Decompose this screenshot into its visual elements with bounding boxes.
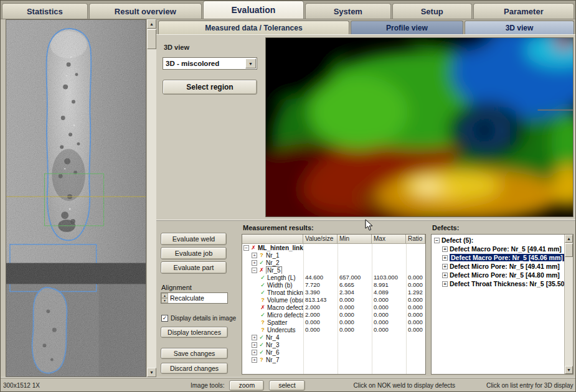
evaluate-part-button[interactable]: Evaluate part <box>161 261 227 274</box>
subtab-3d-view[interactable]: 3D view <box>465 21 574 34</box>
expand-icon[interactable]: + <box>252 253 257 258</box>
expand-icon[interactable]: + <box>252 350 257 355</box>
measurement-row-nr-6[interactable]: +✓Nr_6 <box>242 348 425 356</box>
expand-icon[interactable]: + <box>442 246 448 252</box>
expand-icon[interactable]: + <box>442 273 448 278</box>
row-label[interactable]: Macro defects (Por <box>267 304 303 311</box>
measurement-row-micro-defects-pore[interactable]: ✓Micro defects (Pore2.0000.0000.0000.000 <box>242 311 425 319</box>
row-label[interactable]: Nr_6 <box>266 349 280 356</box>
discard-changes-button[interactable]: Discard changes <box>161 363 228 374</box>
column-header-ratio[interactable]: Ratio <box>406 235 425 244</box>
alignment-spinner[interactable]: ▲ ▼ Recalculate <box>161 292 228 304</box>
defects-scrollbar[interactable]: ▲ ▼ <box>564 235 573 374</box>
evaluate-weld-button[interactable]: Evaluate weld <box>161 233 227 245</box>
measurement-row-ml-hinten-links[interactable]: −✗ML_hinten_links <box>242 244 425 251</box>
spinner-down-icon[interactable]: ▼ <box>161 298 168 303</box>
tab-system[interactable]: System <box>305 3 391 19</box>
3d-mode-dropdown[interactable]: 3D - miscolored ▼ <box>163 57 257 70</box>
collapse-icon[interactable]: − <box>252 268 257 273</box>
row-label[interactable]: ML_hinten_links <box>258 245 303 251</box>
tab-evaluation[interactable]: Evaluation <box>203 1 304 19</box>
scrollbar-track[interactable] <box>565 243 573 366</box>
defect-item[interactable]: +Defect Macro Pore: Nr_5 [49.41 mm] <box>432 245 564 253</box>
scroll-up-icon[interactable]: ▲ <box>565 235 573 243</box>
expand-icon[interactable]: + <box>442 264 448 269</box>
select-button[interactable]: select <box>269 380 305 391</box>
defect-item[interactable]: +Defect Micro Pore: Nr_5 [49.41 mm] <box>432 262 564 271</box>
measurement-row-nr-3[interactable]: +✓Nr_3 <box>242 341 425 348</box>
measurement-row-nr-4[interactable]: +✓Nr_4 <box>242 334 425 341</box>
measurement-row-macro-defects-por[interactable]: ✗Macro defects (Por2.0000.0000.0000.000 <box>242 304 425 311</box>
expand-icon[interactable]: + <box>442 255 448 261</box>
save-changes-button[interactable]: Save changes <box>161 348 228 359</box>
chevron-down-icon[interactable]: ▼ <box>245 58 256 68</box>
spinner-up-icon[interactable]: ▲ <box>161 293 168 298</box>
subtab-measured-data-tolerances[interactable]: Measured data / Tolerances <box>158 21 349 34</box>
measurement-row-length-l[interactable]: ✓Length (L)44.600657.0001103.0000.000 <box>242 274 425 281</box>
measurement-results: Measurement results: Value/sizeMinMaxRat… <box>234 220 428 377</box>
row-label[interactable]: Undercuts <box>267 327 296 334</box>
expand-icon[interactable]: + <box>442 281 448 287</box>
measurement-row-spatter[interactable]: ?Spatter0.0000.0000.0000.000 <box>242 319 425 326</box>
measurement-row-throat-thickness-s[interactable]: ✓Throat thickness (s3.3902.3044.0891.292 <box>242 289 425 296</box>
column-header-max[interactable]: Max <box>372 235 406 244</box>
tab-setup[interactable]: Setup <box>392 3 472 19</box>
column-header-min[interactable]: Min <box>338 235 372 244</box>
scrollbar-thumb[interactable] <box>147 29 156 49</box>
defect-item[interactable]: +Defect Macro Pore: Nr_5 [45.06 mm] <box>432 253 564 262</box>
collapse-icon[interactable]: − <box>434 238 440 243</box>
weld-image[interactable] <box>6 19 146 377</box>
scrollbar-track[interactable] <box>147 29 156 368</box>
measurement-rows: −✗ML_hinten_links+?Nr_1+✓Nr_2−✗Nr_5✓Leng… <box>242 244 425 374</box>
tab-parameter[interactable]: Parameter <box>473 3 574 19</box>
subtab-profile-view[interactable]: Profile view <box>351 21 463 34</box>
value-cell <box>372 348 406 356</box>
tab-result-overview[interactable]: Result overview <box>89 3 202 19</box>
measurement-row-nr-5[interactable]: −✗Nr_5 <box>242 266 425 274</box>
row-label[interactable]: Nr_7 <box>266 357 280 363</box>
display-details-checkbox[interactable]: ✓ Display details in image <box>161 315 234 322</box>
row-label[interactable]: Length (L) <box>267 274 296 281</box>
row-label[interactable]: Nr_1 <box>266 252 280 259</box>
row-label[interactable]: Throat thickness (s <box>267 289 303 296</box>
zoom-button[interactable]: zoom <box>229 380 264 391</box>
display-tolerances-button[interactable]: Display tolerances <box>161 327 228 338</box>
row-label[interactable]: Nr_2 <box>266 259 280 266</box>
defects-root-item[interactable]: −Defect (5): <box>432 236 564 245</box>
weld-hint-text: Click on NOK weld to display defects <box>354 382 455 389</box>
image-scrollbar[interactable]: ▲ ▼ <box>146 19 156 377</box>
expand-icon[interactable]: + <box>252 335 257 340</box>
scroll-down-icon[interactable]: ▼ <box>565 366 573 374</box>
measurement-row-nr-2[interactable]: +✓Nr_2 <box>242 259 425 266</box>
row-label[interactable]: Nr_4 <box>266 334 280 341</box>
select-region-button[interactable]: Select region <box>163 80 257 95</box>
measurement-row-width-b[interactable]: ✓Width (b)7.7206.6658.9910.000 <box>242 281 425 289</box>
scroll-up-icon[interactable]: ▲ <box>147 19 156 29</box>
row-label[interactable]: Spatter <box>267 319 287 326</box>
expand-icon[interactable]: + <box>252 260 257 266</box>
measurement-row-undercuts[interactable]: ?Undercuts0.0000.0000.0000.000 <box>242 326 425 334</box>
measurement-row-nr-7[interactable]: +?Nr_7 <box>242 356 425 363</box>
scroll-down-icon[interactable]: ▼ <box>147 368 156 377</box>
measurement-row-nr-1[interactable]: +?Nr_1 <box>242 251 425 259</box>
measurement-row-volume-obsolete[interactable]: ?Volume (obsolete)813.1430.0000.0000.000 <box>242 296 425 304</box>
value-cell: 0.000 <box>406 319 425 326</box>
defect-item[interactable]: +Defect Throat Thickness: Nr_5 [35.50 mm… <box>432 279 564 288</box>
collapse-icon[interactable]: − <box>243 245 249 251</box>
row-label[interactable]: Nr_5 <box>266 266 282 274</box>
expand-icon[interactable]: + <box>252 357 257 363</box>
evaluate-job-button[interactable]: Evaluate job <box>161 247 227 259</box>
column-header-value-size[interactable]: Value/size <box>303 235 338 244</box>
row-label[interactable]: Volume (obsolete) <box>267 297 303 304</box>
defect-item[interactable]: +Defect Micro Pore: Nr_5 [44.80 mm] <box>432 271 564 279</box>
tab-statistics[interactable]: Statistics <box>2 3 88 19</box>
value-cell: 0.000 <box>338 304 372 311</box>
status-bar: Image tools: zoom select Click on NOK we… <box>156 377 575 392</box>
scrollbar-thumb[interactable] <box>565 243 573 257</box>
image-status: 300x1512 1X <box>1 377 156 392</box>
row-label[interactable]: Width (b) <box>267 282 293 289</box>
3d-render-view[interactable] <box>265 37 574 217</box>
expand-icon[interactable]: + <box>252 342 257 348</box>
row-label[interactable]: Nr_3 <box>266 342 280 348</box>
row-label[interactable]: Micro defects (Pore <box>267 312 303 319</box>
